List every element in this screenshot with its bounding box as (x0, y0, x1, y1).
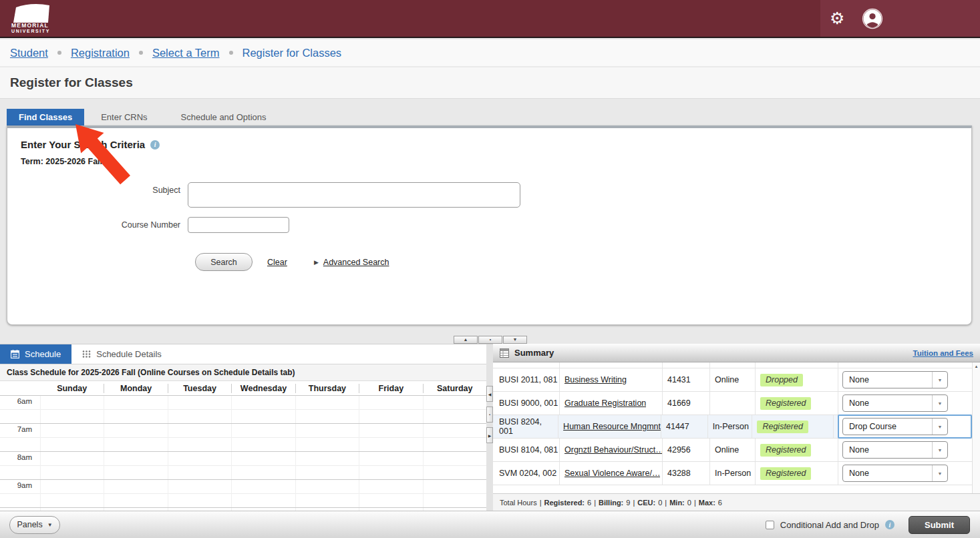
user-profile-icon[interactable] (862, 8, 883, 29)
dropdown-arrow-icon: ▼ (932, 395, 947, 411)
logo-line2: UNIVERSITY (11, 29, 53, 33)
course-title-link[interactable]: Human Resource Mngmnt (563, 422, 661, 431)
dropdown-arrow-icon: ▼ (932, 442, 947, 458)
footer-bar: Panels ▼ Conditional Add and Drop i Subm… (0, 511, 980, 538)
university-logo[interactable]: MEMORIAL UNIVERSITY (11, 3, 53, 33)
status-badge: Registered (757, 421, 808, 433)
page-title: Register for Classes (10, 75, 133, 90)
tab-find-classes[interactable]: Find Classes (7, 109, 84, 125)
crn: 41447 (661, 415, 707, 438)
expand-down-button[interactable]: ▼ (503, 336, 527, 344)
university-logo-text: MEMORIAL UNIVERSITY (11, 23, 53, 33)
info-icon[interactable]: i (150, 140, 160, 150)
crn: 41669 (662, 392, 709, 415)
breadcrumb-separator-dot (229, 51, 233, 55)
course-number-input[interactable] (188, 217, 289, 233)
breadcrumb-select-a-term[interactable]: Select a Term (152, 47, 220, 59)
submit-button[interactable]: Submit (909, 516, 970, 534)
calendar-icon (11, 350, 19, 358)
action-dropdown[interactable]: None ▼ (842, 465, 948, 482)
expand-up-button[interactable]: ▲ (454, 336, 478, 344)
dropdown-arrow-icon: ▼ (932, 372, 947, 388)
course-title-link[interactable]: Sexual Violence Aware/… (564, 469, 660, 478)
reset-vsplit-button[interactable]: • (486, 407, 493, 423)
course-number-label: Course Number (21, 217, 188, 230)
schedule-panel: Schedule Schedule Details Class Schedule… (0, 344, 486, 511)
breadcrumb-student[interactable]: Student (10, 47, 48, 59)
conditional-add-drop-label: Conditional Add and Drop (780, 520, 879, 530)
tab-enter-crns[interactable]: Enter CRNs (84, 109, 164, 125)
breadcrumb-separator-dot (139, 51, 143, 55)
course-title-link[interactable]: Graduate Registration (564, 398, 646, 408)
tab-schedule-details[interactable]: Schedule Details (71, 344, 172, 364)
expand-left-button[interactable]: ◀ (486, 386, 493, 402)
summary-title: Summary (514, 348, 554, 358)
day-friday: Friday (359, 384, 422, 393)
expand-right-button[interactable]: ▶ (486, 427, 493, 443)
table-row: BUSI 8104, 081 Orgnztl Behaviour/Struct…… (493, 439, 972, 462)
vertical-resize-controls: ◀ • ▶ (486, 344, 493, 511)
schedule-type: In-Person (709, 462, 755, 485)
clear-link[interactable]: Clear (267, 258, 287, 267)
course-title-link[interactable]: Business Writing (564, 375, 627, 384)
conditional-add-drop-checkbox[interactable] (766, 521, 774, 529)
time-label: 6am (0, 396, 40, 423)
panels-button[interactable]: Panels ▼ (9, 516, 60, 534)
breadcrumb: Student Registration Select a Term Regis… (0, 39, 980, 67)
calendar-row-7am: 7am (0, 423, 486, 451)
totals-title: Total Hours (500, 499, 537, 507)
tab-schedule-label: Schedule (25, 349, 61, 359)
summary-scrollbar[interactable]: ▲ (972, 362, 980, 493)
time-label: 7am (0, 424, 40, 451)
action-dropdown[interactable]: None ▼ (842, 394, 948, 412)
scroll-up-icon[interactable]: ▲ (973, 362, 980, 368)
info-icon[interactable]: i (885, 520, 894, 529)
header-actions: ⚙ (820, 0, 980, 37)
breadcrumb-register-for-classes: Register for Classes (242, 47, 342, 59)
course-code: SVM 0204, 002 (493, 469, 559, 478)
crn: 42956 (662, 439, 709, 461)
subject-label: Subject (21, 182, 188, 195)
day-sunday: Sunday (40, 384, 104, 393)
advanced-search-triangle-icon: ▶ (314, 259, 319, 266)
tab-schedule-and-options[interactable]: Schedule and Options (164, 109, 283, 125)
table-row-clipped (493, 362, 972, 368)
settings-gear-icon[interactable]: ⚙ (830, 10, 844, 27)
breadcrumb-separator-dot (57, 51, 61, 55)
reset-split-button[interactable]: • (478, 336, 502, 344)
tab-schedule-details-label: Schedule Details (96, 349, 162, 359)
course-code: BUSI 2011, 081 (493, 375, 559, 384)
course-code: BUSI 8204, 001 (493, 417, 558, 436)
course-code: BUSI 8104, 081 (493, 445, 559, 455)
crn: 43288 (662, 462, 709, 485)
time-label: 9am (0, 480, 40, 507)
summary-header: Summary Tuition and Fees (493, 344, 980, 362)
table-row: BUSI 9000, 001 Graduate Registration 416… (493, 392, 972, 415)
tab-schedule[interactable]: Schedule (0, 344, 71, 364)
subject-input[interactable] (188, 182, 520, 208)
course-code: BUSI 9000, 001 (493, 398, 559, 408)
main-tabs: Find Classes Enter CRNs Schedule and Opt… (7, 109, 283, 125)
search-button[interactable]: Search (195, 253, 253, 271)
action-dropdown[interactable]: None ▼ (842, 371, 948, 388)
app-header: MEMORIAL UNIVERSITY ⚙ (0, 0, 980, 38)
crn: 41431 (662, 368, 709, 391)
breadcrumb-registration[interactable]: Registration (71, 47, 130, 59)
table-row: SVM 0204, 002 Sexual Violence Aware/… 43… (493, 462, 972, 485)
action-dropdown[interactable]: None ▼ (842, 441, 948, 459)
time-label: 8am (0, 452, 40, 479)
tuition-and-fees-link[interactable]: Tuition and Fees (913, 349, 973, 357)
calendar-row-6am: 6am (0, 395, 486, 423)
day-thursday: Thursday (295, 384, 359, 393)
calendar-day-header: Sunday Monday Tuesday Wednesday Thursday… (0, 381, 486, 395)
action-dropdown-drop-course[interactable]: Drop Course ▼ (842, 418, 948, 435)
day-tuesday: Tuesday (168, 384, 231, 393)
course-title-link[interactable]: Orgnztl Behaviour/Struct… (564, 445, 662, 455)
advanced-search-link[interactable]: ▶ Advanced Search (314, 258, 389, 267)
table-row-selected: BUSI 8204, 001 Human Resource Mngmnt 414… (493, 415, 972, 439)
caret-down-icon: ▼ (47, 522, 53, 528)
calendar-grid: 6am 7am 8am 9am 10am (0, 395, 486, 511)
total-hours-bar: Total Hours | Registered:6 | Billing:9 |… (493, 493, 980, 511)
logo-line1: MEMORIAL (11, 23, 53, 29)
table-row: BUSI 2011, 081 Business Writing 41431 On… (493, 368, 972, 392)
